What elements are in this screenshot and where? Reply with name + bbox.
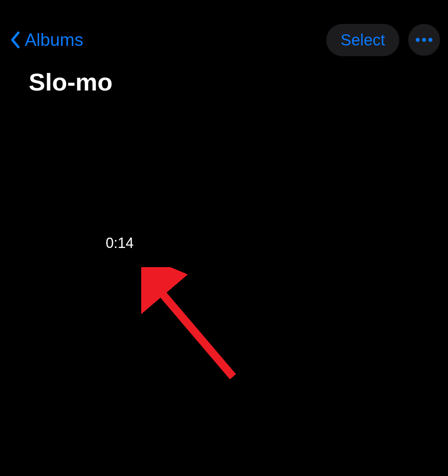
page-title: Slo-mo <box>0 56 448 96</box>
media-grid: 0:14 <box>0 96 448 108</box>
back-button[interactable]: Albums <box>8 29 83 51</box>
svg-line-4 <box>153 283 233 377</box>
more-button[interactable] <box>408 24 440 56</box>
back-label: Albums <box>25 30 83 50</box>
svg-point-2 <box>428 38 432 42</box>
svg-point-0 <box>416 38 420 42</box>
select-button[interactable]: Select <box>326 24 399 56</box>
nav-bar: Albums Select <box>0 0 448 56</box>
svg-point-1 <box>422 38 426 42</box>
annotation-arrow-icon <box>141 267 245 387</box>
video-duration: 0:14 <box>106 235 134 252</box>
ellipsis-icon <box>416 37 432 43</box>
video-thumbnail[interactable]: 0:14 <box>1 117 142 257</box>
nav-right-actions: Select <box>326 24 440 56</box>
chevron-left-icon <box>8 29 22 51</box>
